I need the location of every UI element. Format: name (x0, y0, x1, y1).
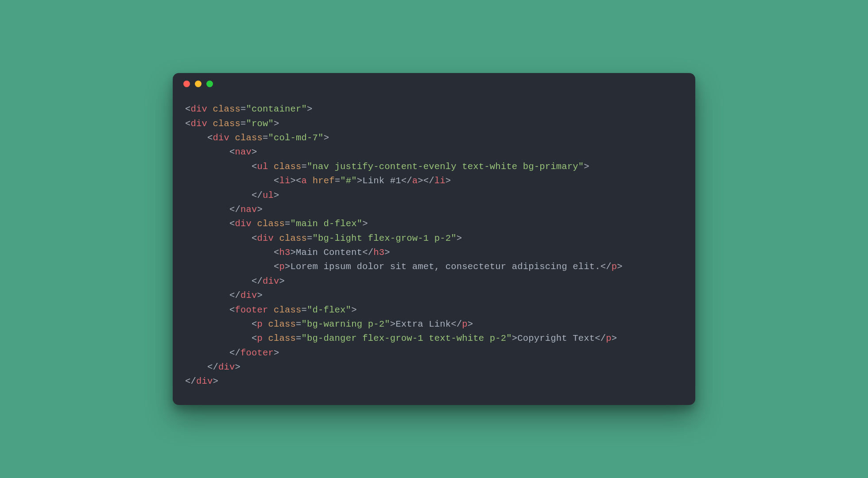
tag-div: div (191, 119, 208, 129)
tag-footer: footer (235, 305, 268, 315)
tag-p: p (279, 262, 285, 272)
attr-class: class (279, 233, 307, 243)
val-footer-cls: "d-flex" (307, 305, 351, 315)
tag-p: p (462, 319, 468, 329)
tag-li: li (279, 176, 291, 186)
attr-class: class (235, 133, 263, 143)
tag-div: div (263, 276, 279, 286)
text-lorem: Lorem ipsum dolor sit amet, consectetur … (291, 262, 601, 272)
val-p1-cls: "bg-warning p-2" (302, 319, 390, 329)
text-copyright: Copyright Text (517, 333, 595, 343)
attr-class: class (257, 219, 285, 229)
tag-footer: footer (240, 348, 274, 358)
val-p2-cls: "bg-danger flex-grow-1 text-white p-2" (302, 333, 512, 343)
tag-p: p (257, 319, 263, 329)
tag-a: a (302, 176, 307, 186)
titlebar (173, 73, 695, 94)
attr-class: class (268, 319, 296, 329)
tag-div: div (257, 233, 274, 243)
code-block: <div class="container"> <div class="row"… (173, 94, 695, 389)
stage: <div class="container"> <div class="row"… (0, 0, 868, 478)
window-minimize-icon[interactable] (195, 81, 202, 87)
tag-a: a (412, 176, 418, 186)
tag-h3: h3 (279, 247, 291, 258)
window-zoom-icon[interactable] (206, 81, 213, 87)
val-href: "#" (340, 176, 357, 186)
val-main-inner-cls: "bg-light flex-grow-1 p-2" (313, 233, 457, 243)
text-link1: Link #1 (362, 176, 401, 186)
val-ul-cls: "nav justify-content-evenly text-white b… (307, 162, 584, 172)
val-col: "col-md-7" (268, 133, 324, 143)
val-container: "container" (246, 104, 307, 114)
tag-nav: nav (235, 147, 252, 157)
code-window: <div class="container"> <div class="row"… (173, 73, 695, 405)
tag-ul: ul (257, 162, 268, 172)
attr-class: class (213, 104, 241, 114)
attr-class: class (274, 162, 302, 172)
attr-class: class (213, 119, 241, 129)
val-main-cls: "main d-flex" (291, 219, 363, 229)
tag-nav: nav (240, 204, 257, 215)
val-row: "row" (246, 119, 274, 129)
tag-div: div (235, 219, 252, 229)
tag-div: div (240, 290, 257, 301)
tag-div: div (196, 376, 213, 386)
tag-div: div (191, 104, 208, 114)
text-main-heading: Main Content (296, 247, 362, 258)
attr-href: href (313, 176, 335, 186)
window-close-icon[interactable] (183, 81, 190, 87)
tag-p: p (606, 333, 612, 343)
text-extra-link: Extra Link (395, 319, 451, 329)
tag-ul: ul (263, 190, 274, 200)
attr-class: class (274, 305, 302, 315)
attr-class: class (268, 333, 296, 343)
tag-li: li (434, 176, 446, 186)
tag-div: div (213, 133, 230, 143)
tag-div: div (218, 362, 235, 372)
tag-p: p (257, 333, 263, 343)
tag-h3: h3 (373, 247, 384, 258)
tag-p: p (612, 262, 617, 272)
